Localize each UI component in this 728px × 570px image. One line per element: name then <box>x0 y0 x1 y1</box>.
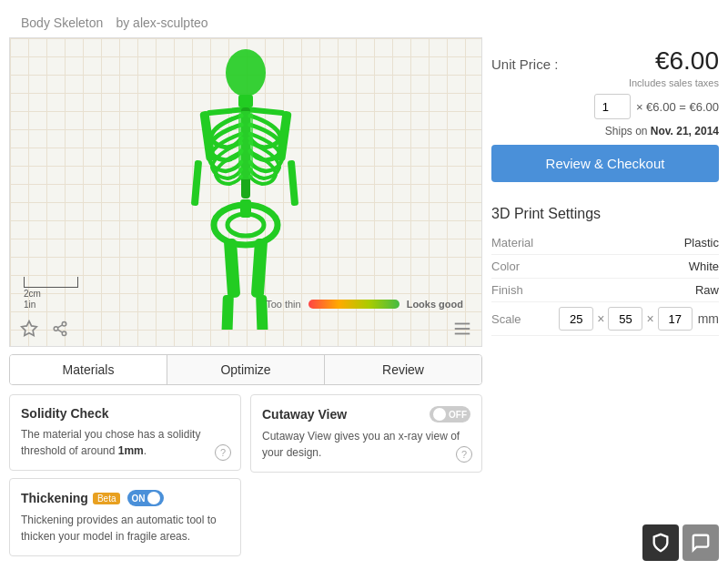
scale-key: Scale <box>491 312 521 326</box>
svg-rect-10 <box>191 160 202 207</box>
favorite-icon[interactable] <box>19 319 39 339</box>
scale-ruler: 2cm 1in <box>24 277 78 310</box>
scale-y-sep: × <box>646 311 653 326</box>
color-bar <box>308 300 399 309</box>
ships-label: Ships on <box>605 125 648 137</box>
material-val: Plastic <box>684 236 719 249</box>
cutaway-card: Cutaway View OFF Cutaway View gives you … <box>250 394 482 473</box>
finish-key: Finish <box>491 283 523 297</box>
viewer-panel: 2cm 1in Too thin Looks good <box>9 37 482 556</box>
share-icon[interactable] <box>50 319 70 339</box>
cutaway-toggle[interactable]: OFF <box>430 406 470 422</box>
cutaway-text: Cutaway View gives you an x-ray view of … <box>262 428 470 461</box>
solidity-bold: 1mm <box>118 444 144 457</box>
svg-rect-12 <box>288 160 298 207</box>
solidity-text: The material you chose has a solidity th… <box>21 426 229 459</box>
ruler-tick <box>24 277 78 288</box>
scale-inputs: × × mm <box>559 307 719 331</box>
tax-note: Includes sales taxes <box>491 77 719 88</box>
thickening-title: Thickening <box>21 491 88 505</box>
material-key: Material <box>491 236 533 249</box>
thickening-header: Thickening Beta ON <box>21 490 229 506</box>
color-bar-area: Too thin Looks good <box>266 299 463 310</box>
price-value: €6.00 <box>655 46 719 76</box>
viewer-toolbar <box>19 319 472 339</box>
svg-line-22 <box>57 325 62 328</box>
quantity-input[interactable] <box>594 94 631 119</box>
solidity-text-pre: The material you chose has a solidity th… <box>21 428 200 457</box>
svg-line-21 <box>57 330 62 332</box>
ruler-label-top: 2cm <box>24 289 78 299</box>
cards-row: Solidity Check The material you chose ha… <box>9 394 482 556</box>
bottom-right-icons <box>642 524 719 561</box>
thickening-card: Thickening Beta ON Thickening provides a… <box>9 478 241 556</box>
svg-marker-17 <box>22 321 37 336</box>
settings-row-scale: Scale × × mm <box>491 302 719 336</box>
scale-z-input[interactable] <box>658 307 693 331</box>
skeleton-model <box>155 47 337 321</box>
color-key: Color <box>491 260 520 273</box>
cutaway-toggle-label: OFF <box>449 410 467 420</box>
unit-price-label: Unit Price : <box>491 56 558 72</box>
tab-review[interactable]: Review <box>325 355 481 384</box>
beta-badge: Beta <box>93 493 121 504</box>
scale-y-input[interactable] <box>608 307 642 331</box>
settings-row-color: Color White <box>491 255 719 279</box>
checkout-button[interactable]: Review & Checkout <box>491 145 719 182</box>
ships-row: Ships on Nov. 21, 2014 <box>491 125 719 137</box>
viewer-canvas[interactable]: 2cm 1in Too thin Looks good <box>9 37 482 347</box>
ships-date: Nov. 21, 2014 <box>651 125 719 137</box>
scale-unit: mm <box>698 311 719 326</box>
right-cards: Cutaway View OFF Cutaway View gives you … <box>250 394 482 556</box>
tab-optimize[interactable]: Optimize <box>167 355 325 384</box>
qty-calc: × €6.00 = €6.00 <box>636 100 719 114</box>
settings-title: 3D Print Settings <box>491 206 719 222</box>
price-section: Unit Price : €6.00 Includes sales taxes … <box>491 37 719 191</box>
thickening-toggle[interactable]: ON <box>127 490 164 506</box>
svg-point-0 <box>226 49 266 97</box>
color-bar-label-right: Looks good <box>407 299 463 310</box>
color-val: White <box>689 260 719 273</box>
cutaway-title: Cutaway View <box>262 407 347 422</box>
svg-rect-8 <box>240 199 251 218</box>
svg-point-20 <box>62 331 66 336</box>
scale-x-sep: × <box>597 311 604 326</box>
qty-row: × €6.00 = €6.00 <box>491 94 719 119</box>
solidity-card: Solidity Check The material you chose ha… <box>9 394 241 471</box>
cutaway-help-icon[interactable]: ? <box>456 446 472 463</box>
svg-rect-5 <box>238 111 253 179</box>
svg-rect-1 <box>238 95 253 107</box>
cutaway-header: Cutaway View OFF <box>262 406 470 422</box>
toggle-knob <box>147 492 160 504</box>
finish-val: Raw <box>695 283 719 297</box>
page-title: Body Skeleton by alex-sculpteo <box>14 9 714 33</box>
model-title: Body Skeleton <box>21 15 103 30</box>
scale-x-input[interactable] <box>559 307 593 331</box>
price-row: Unit Price : €6.00 <box>491 46 719 76</box>
model-author: by alex-sculpteo <box>116 15 207 30</box>
thickening-text: Thickening provides an automatic tool to… <box>21 512 229 545</box>
solidity-text-post: . <box>144 444 147 457</box>
main-layout: 2cm 1in Too thin Looks good <box>0 37 728 556</box>
settings-row-finish: Finish Raw <box>491 279 719 302</box>
svg-point-19 <box>54 327 58 331</box>
svg-point-18 <box>62 322 66 327</box>
thickening-toggle-label: ON <box>131 494 145 504</box>
header: Body Skeleton by alex-sculpteo <box>0 0 728 37</box>
view-controls[interactable] <box>452 319 472 339</box>
cutaway-toggle-knob <box>433 408 446 421</box>
color-bar-label-left: Too thin <box>266 299 301 310</box>
settings-section: 3D Print Settings Material Plastic Color… <box>491 206 719 336</box>
settings-row-material: Material Plastic <box>491 231 719 255</box>
right-panel: Unit Price : €6.00 Includes sales taxes … <box>491 37 719 556</box>
tab-materials[interactable]: Materials <box>10 355 167 384</box>
left-cards: Solidity Check The material you chose ha… <box>9 394 241 556</box>
ruler-label-bottom: 1in <box>24 300 78 310</box>
tabs-row: Materials Optimize Review <box>9 354 482 385</box>
toolbar-left <box>19 319 70 339</box>
solidity-help-icon[interactable]: ? <box>215 444 231 461</box>
solidity-title: Solidity Check <box>21 406 229 421</box>
chat-icon-button[interactable] <box>682 524 719 561</box>
help-icon-button[interactable] <box>642 524 679 561</box>
